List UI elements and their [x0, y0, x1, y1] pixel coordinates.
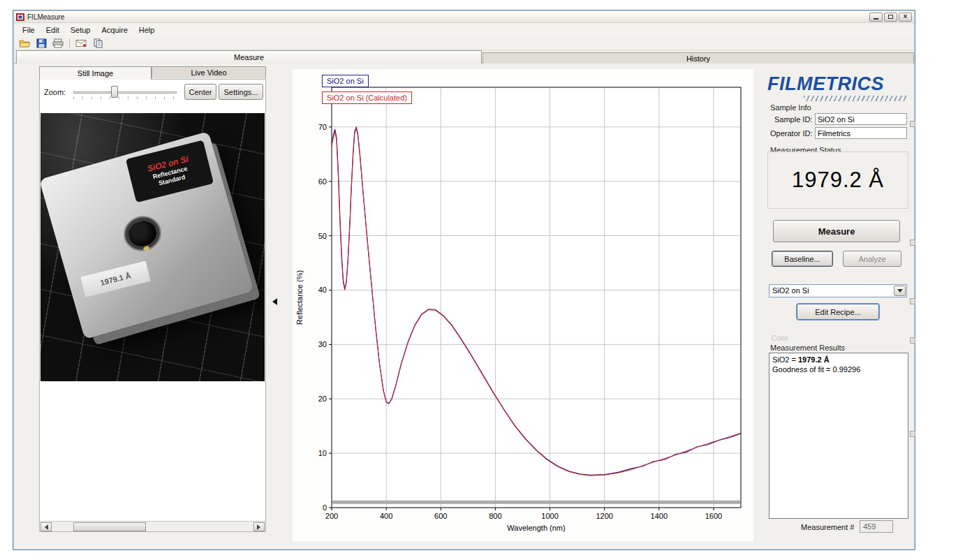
open-folder-icon — [19, 38, 31, 48]
app-icon — [16, 13, 24, 21]
analyze-button-label: Analyze — [858, 255, 885, 263]
svg-text:1400: 1400 — [651, 512, 668, 520]
reflectance-chart: 2004006008001000120014001600010203040506… — [293, 69, 753, 541]
copy-button[interactable] — [90, 38, 105, 50]
menu-acquire[interactable]: Acquire — [96, 24, 133, 36]
light-spot — [143, 246, 150, 251]
menu-help[interactable]: Help — [133, 24, 161, 36]
mail-icon — [75, 39, 87, 47]
filmetrics-logo: FILMETRICS — [767, 73, 884, 95]
measurement-aperture — [122, 214, 164, 254]
image-horizontal-scrollbar[interactable] — [40, 521, 265, 531]
settings-button-label: Settings... — [224, 88, 258, 96]
recipe-dropdown[interactable]: SiO2 on Si — [769, 284, 907, 297]
scroll-thumb[interactable] — [73, 522, 146, 531]
zoom-label: Zoom: — [44, 88, 66, 96]
toolbar-separator — [69, 38, 70, 48]
splitter-gripper[interactable] — [910, 298, 915, 304]
menu-file[interactable]: File — [17, 24, 40, 36]
splitter-gripper[interactable] — [910, 337, 915, 344]
filmeasure-window: FILMeasure × File Edit Setup Acquire Hel… — [13, 10, 915, 550]
svg-text:600: 600 — [434, 512, 447, 520]
tab-live-video[interactable]: Live Video — [152, 66, 266, 78]
result-line-gof: Goodness of fit = 0.99296 — [772, 364, 905, 374]
panel-collapse-arrow[interactable] — [269, 298, 277, 305]
copy-icon — [93, 38, 103, 48]
baseline-button[interactable]: Baseline... — [772, 251, 833, 267]
tab-measure[interactable]: Measure — [16, 50, 482, 64]
baseline-button-label: Baseline... — [784, 255, 820, 263]
svg-text:20: 20 — [318, 395, 327, 403]
svg-text:50: 50 — [318, 232, 327, 240]
menu-setup[interactable]: Setup — [65, 24, 96, 36]
zoom-slider-ticks — [73, 96, 177, 99]
result-thickness-label: SiO2 = — [772, 355, 798, 364]
measure-button-label: Measure — [818, 226, 855, 237]
scroll-left-button[interactable] — [40, 522, 52, 531]
settings-button[interactable]: Settings... — [219, 84, 263, 100]
svg-text:Reflectance (%): Reflectance (%) — [295, 270, 304, 325]
restore-button[interactable] — [884, 13, 897, 22]
sample-id-input[interactable] — [815, 113, 907, 125]
chevron-down-icon — [897, 289, 903, 295]
standard-label: SiO2 on Si Reflectance Standard — [126, 140, 214, 203]
center-button[interactable]: Center — [184, 84, 216, 100]
menu-bar: File Edit Setup Acquire Help — [14, 23, 914, 37]
result-line-thickness: SiO2 = 1979.2 Å — [772, 355, 905, 364]
title-bar[interactable]: FILMeasure × — [14, 11, 914, 23]
measurement-status-box: 1979.2 Å — [767, 152, 908, 209]
tab-measure-label: Measure — [234, 53, 264, 61]
svg-text:400: 400 — [380, 512, 392, 520]
edit-recipe-button-label: Edit Recipe... — [815, 308, 860, 316]
reflectance-standard-plate: SiO2 on Si Reflectance Standard 1979.1 Å — [40, 131, 254, 339]
svg-text:Wavelength (nm): Wavelength (nm) — [507, 524, 565, 532]
svg-text:60: 60 — [318, 177, 327, 186]
tab-still-image-label: Still Image — [78, 69, 113, 78]
measurement-number-value: 459 — [860, 520, 893, 533]
print-button[interactable] — [50, 38, 66, 50]
zoom-slider[interactable] — [73, 91, 177, 94]
mail-button[interactable] — [73, 38, 89, 50]
scroll-right-icon — [257, 524, 263, 530]
splitter-gripper[interactable] — [910, 121, 915, 127]
tab-history[interactable]: History — [483, 52, 914, 64]
result-thickness-value: 1979.2 Å — [798, 355, 830, 364]
operator-id-label: Operator ID: — [770, 129, 813, 138]
measure-button[interactable]: Measure — [773, 220, 900, 242]
measurement-number-label: Measurement # — [801, 523, 854, 531]
svg-text:0: 0 — [323, 503, 327, 512]
recipe-dropdown-value: SiO2 on Si — [772, 286, 809, 295]
tab-history-label: History — [686, 54, 710, 63]
svg-text:1600: 1600 — [705, 512, 722, 520]
analyze-button[interactable]: Analyze — [843, 251, 901, 267]
color-label: Color — [772, 334, 788, 342]
close-icon: × — [904, 13, 908, 20]
open-button[interactable] — [17, 38, 32, 50]
svg-text:1200: 1200 — [596, 512, 612, 520]
zoom-slider-thumb[interactable] — [111, 86, 118, 98]
center-button-label: Center — [189, 88, 212, 96]
minimize-icon — [874, 18, 878, 20]
window-title: FILMeasure — [27, 13, 64, 21]
tab-still-image[interactable]: Still Image — [39, 66, 152, 80]
tab-live-video-label: Live Video — [191, 68, 226, 77]
logo-hatch-decoration — [804, 96, 907, 101]
scroll-right-button[interactable] — [253, 522, 265, 531]
toolbar — [14, 37, 914, 50]
close-button[interactable]: × — [899, 13, 912, 22]
thickness-result-value: 1979.2 Å — [792, 168, 884, 193]
menu-edit[interactable]: Edit — [40, 24, 65, 36]
svg-text:10: 10 — [318, 449, 327, 457]
dropdown-button[interactable] — [894, 286, 906, 296]
minimize-button[interactable] — [869, 13, 883, 22]
splitter-gripper[interactable] — [910, 431, 915, 437]
svg-text:70: 70 — [318, 123, 327, 131]
svg-text:1000: 1000 — [541, 512, 558, 520]
measurement-results-box: SiO2 = 1979.2 Å Goodness of fit = 0.9929… — [769, 353, 908, 519]
operator-id-input[interactable] — [815, 127, 907, 139]
save-button[interactable] — [34, 38, 49, 50]
svg-text:800: 800 — [489, 512, 501, 520]
sample-info-title: Sample Info — [770, 103, 811, 112]
splitter-gripper[interactable] — [910, 240, 915, 246]
edit-recipe-button[interactable]: Edit Recipe... — [797, 304, 879, 320]
